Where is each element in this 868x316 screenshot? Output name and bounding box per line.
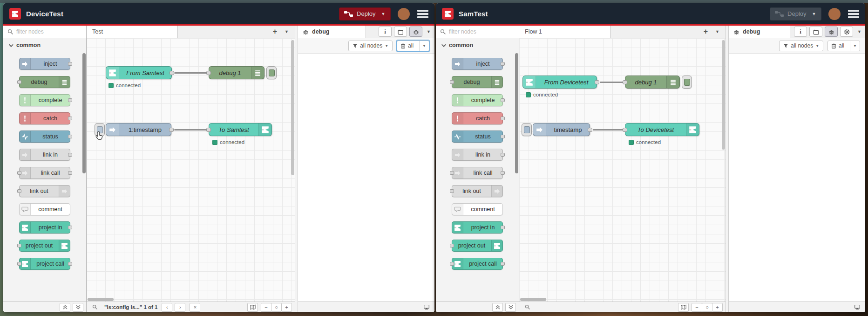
deploy-button[interactable]: Deploy ▼ — [339, 7, 390, 21]
inject-button[interactable] — [522, 123, 532, 136]
canvas-horizontal-scrollbar[interactable] — [520, 298, 546, 301]
palette-node-link-call[interactable]: link call — [19, 167, 70, 179]
debug-toggle-button[interactable] — [266, 66, 277, 79]
palette-node-debug[interactable]: debug — [452, 76, 503, 88]
palette-node-project-in[interactable]: project in — [452, 221, 503, 234]
palette-node-catch[interactable]: catch — [19, 112, 70, 124]
palette-node-project-out[interactable]: project out — [452, 240, 503, 252]
sidebar-dropdown[interactable]: ▼ — [427, 29, 431, 34]
debug-messages-button[interactable] — [825, 27, 838, 37]
zoom-out-button[interactable]: − — [692, 303, 702, 312]
debug-toggle-button[interactable] — [682, 76, 692, 89]
library-button[interactable] — [809, 27, 822, 37]
flow-node-from-devicetest[interactable]: From Devicetest — [522, 76, 597, 89]
library-button[interactable] — [394, 27, 407, 37]
palette-node-link-out[interactable]: link out — [19, 185, 70, 197]
search-icon[interactable] — [522, 303, 533, 312]
palette-node-link-in[interactable]: link in — [452, 149, 503, 161]
flow-node-to-devicetest[interactable]: To Devicetest — [625, 123, 699, 136]
palette-node-inject[interactable]: inject — [452, 58, 503, 70]
canvas-vertical-scrollbar[interactable] — [722, 40, 725, 150]
filter-nodes-button[interactable]: all nodes ▼ — [779, 41, 823, 51]
info-button[interactable]: i — [379, 27, 392, 37]
flow-list-dropdown[interactable]: ▼ — [715, 29, 719, 34]
deploy-dropdown-arrow[interactable]: ▼ — [381, 12, 386, 16]
scroll-up-button[interactable] — [60, 303, 70, 312]
settings-button[interactable] — [840, 27, 853, 37]
search-icon[interactable] — [89, 303, 100, 312]
flow-node-to-samtest[interactable]: To Samtest — [209, 123, 272, 136]
scroll-up-button[interactable] — [492, 303, 503, 312]
info-button[interactable]: i — [794, 27, 807, 37]
wire[interactable] — [174, 72, 209, 74]
debug-message-list[interactable] — [298, 54, 434, 302]
node-output-port[interactable] — [595, 80, 599, 84]
search-prev-button[interactable]: ‹ — [162, 303, 172, 312]
palette-node-link-out[interactable]: link out — [452, 185, 503, 197]
flow-node-from-samtest[interactable]: From Samtest — [106, 66, 172, 79]
deploy-button[interactable]: Deploy ▼ — [770, 7, 821, 21]
flow-node-debug-1[interactable]: debug 1 — [209, 66, 264, 79]
palette-node-link-in[interactable]: link in — [19, 149, 70, 161]
palette-node-debug[interactable]: debug — [19, 76, 70, 88]
palette-node-complete[interactable]: complete — [19, 94, 70, 106]
flow-node-timestamp[interactable]: 1:timestamp — [106, 123, 171, 136]
flow-node-debug-1[interactable]: debug 1 — [625, 76, 680, 89]
wire[interactable] — [174, 129, 209, 131]
palette-node-inject[interactable]: inject — [19, 58, 70, 70]
scroll-down-button[interactable] — [73, 303, 83, 312]
palette-node-project-out[interactable]: project out — [19, 240, 70, 252]
clear-messages-button[interactable]: all ▼ — [827, 41, 860, 51]
node-output-port[interactable] — [169, 128, 174, 132]
flow-canvas[interactable]: From Samtest debug 1 connected — [87, 38, 295, 302]
palette-node-catch[interactable]: catch — [452, 112, 503, 124]
node-input-port[interactable] — [623, 128, 627, 132]
palette-category-common[interactable]: common — [3, 38, 86, 52]
deploy-dropdown-arrow[interactable]: ▼ — [812, 12, 816, 16]
zoom-in-button[interactable]: + — [712, 303, 723, 312]
node-input-port[interactable] — [206, 128, 211, 132]
palette-search[interactable]: filter nodes — [3, 26, 86, 38]
node-output-port[interactable] — [170, 71, 174, 75]
tab-test[interactable]: Test — [87, 26, 178, 38]
main-menu-button[interactable] — [848, 10, 859, 18]
main-menu-button[interactable] — [417, 10, 428, 18]
open-in-window-button[interactable] — [421, 303, 432, 312]
sidebar-dropdown[interactable]: ▼ — [857, 29, 861, 34]
scroll-down-button[interactable] — [505, 303, 516, 312]
node-input-port[interactable] — [206, 71, 211, 75]
zoom-out-button[interactable]: − — [261, 303, 271, 312]
palette-node-complete[interactable]: complete — [452, 94, 503, 106]
tab-debug[interactable]: debug — [729, 26, 790, 38]
clear-dropdown[interactable]: ▼ — [850, 41, 860, 51]
flow-node-timestamp[interactable]: timestamp — [533, 123, 590, 136]
canvas-horizontal-scrollbar[interactable] — [88, 298, 114, 301]
navigator-button[interactable] — [678, 303, 689, 312]
add-flow-button[interactable]: + — [273, 27, 277, 36]
zoom-reset-button[interactable]: ○ — [271, 303, 282, 312]
flow-list-dropdown[interactable]: ▼ — [285, 29, 289, 34]
search-close-button[interactable]: × — [190, 303, 200, 312]
debug-messages-button[interactable] — [409, 27, 422, 37]
user-menu[interactable]: s — [829, 8, 841, 20]
filter-nodes-button[interactable]: all nodes ▼ — [348, 41, 393, 51]
wire[interactable] — [600, 82, 625, 83]
palette-scrollbar[interactable] — [82, 53, 86, 173]
node-input-port[interactable] — [623, 80, 627, 84]
add-flow-button[interactable]: + — [704, 27, 708, 36]
clear-dropdown[interactable]: ▼ — [419, 41, 429, 51]
palette-node-comment[interactable]: comment — [19, 203, 70, 215]
palette-node-project-call[interactable]: project call — [452, 258, 503, 270]
palette-node-status[interactable]: status — [19, 131, 70, 143]
tab-debug[interactable]: debug — [298, 26, 366, 38]
zoom-reset-button[interactable]: ○ — [702, 303, 712, 312]
palette-node-link-call[interactable]: link call — [452, 167, 503, 179]
debug-message-list[interactable] — [729, 54, 865, 302]
panel-splitter[interactable] — [295, 26, 298, 312]
palette-node-status[interactable]: status — [452, 131, 503, 143]
canvas-vertical-scrollbar[interactable] — [291, 40, 294, 175]
open-in-window-button[interactable] — [852, 303, 862, 312]
palette-node-project-in[interactable]: project in — [19, 221, 70, 234]
tab-flow-1[interactable]: Flow 1 — [519, 26, 610, 38]
palette-category-common[interactable]: common — [436, 38, 519, 52]
